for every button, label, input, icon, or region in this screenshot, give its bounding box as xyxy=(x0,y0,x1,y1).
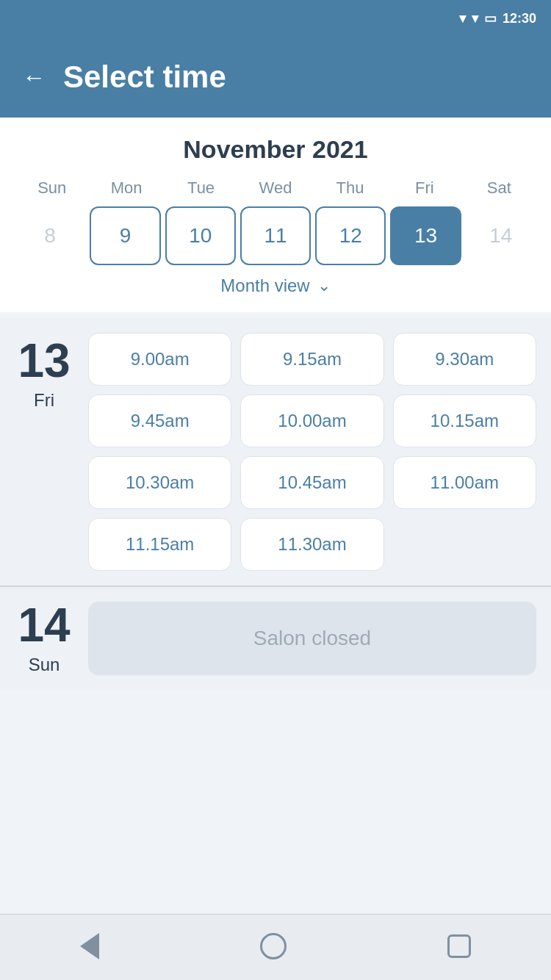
time-slot-1000am[interactable]: 10.00am xyxy=(240,394,383,447)
day-13-section: 13 Fri 9.00am 9.15am 9.30am 9.45am 10.00… xyxy=(0,318,551,586)
page-title: Select time xyxy=(63,60,226,95)
weekday-tue: Tue xyxy=(164,179,238,198)
battery-icon: ▭ xyxy=(484,10,497,26)
nav-home-button[interactable] xyxy=(260,933,287,962)
dates-row: 8 9 10 11 12 13 14 xyxy=(15,206,536,265)
status-icons: ▾ ▾ ▭ 12:30 xyxy=(459,10,536,26)
date-12[interactable]: 12 xyxy=(315,206,386,265)
calendar-section: November 2021 Sun Mon Tue Wed Thu Fri Sa… xyxy=(0,118,551,312)
day-14-content: 14 Sun Salon closed xyxy=(15,602,536,675)
time-slot-930am[interactable]: 9.30am xyxy=(393,333,536,386)
header: ← Select time xyxy=(0,37,551,118)
recent-nav-icon xyxy=(447,934,471,958)
weekday-thu: Thu xyxy=(313,179,387,198)
back-button[interactable]: ← xyxy=(22,65,46,89)
month-view-toggle[interactable]: Month view ⌄ xyxy=(15,265,536,300)
day-14-label: 14 Sun xyxy=(15,602,73,675)
home-nav-icon xyxy=(260,933,287,959)
weekday-wed: Wed xyxy=(238,179,312,198)
time-slot-1115am[interactable]: 11.15am xyxy=(88,518,231,571)
time-slots-grid: 9.00am 9.15am 9.30am 9.45am 10.00am 10.1… xyxy=(88,333,536,571)
time-slot-1130am[interactable]: 11.30am xyxy=(240,518,383,571)
date-11[interactable]: 11 xyxy=(240,206,311,265)
time-slot-1100am[interactable]: 11.00am xyxy=(393,456,536,509)
salon-closed-box: Salon closed xyxy=(88,602,536,675)
time-slot-1030am[interactable]: 10.30am xyxy=(88,456,231,509)
clock: 12:30 xyxy=(503,11,536,26)
day-14-number: 14 xyxy=(18,602,70,649)
time-slot-945am[interactable]: 9.45am xyxy=(88,394,231,447)
time-slot-1015am[interactable]: 10.15am xyxy=(393,394,536,447)
day-13-number: 13 xyxy=(18,337,70,384)
day-14-section: 14 Sun Salon closed xyxy=(0,587,551,690)
salon-closed-label: Salon closed xyxy=(253,627,371,650)
date-8[interactable]: 8 xyxy=(15,206,85,265)
weekday-sun: Sun xyxy=(15,179,89,198)
back-nav-icon xyxy=(80,933,99,959)
date-9[interactable]: 9 xyxy=(90,206,160,265)
weekdays-row: Sun Mon Tue Wed Thu Fri Sat xyxy=(15,179,536,198)
chevron-down-icon: ⌄ xyxy=(317,276,331,295)
day-13-content: 13 Fri 9.00am 9.15am 9.30am 9.45am 10.00… xyxy=(15,333,536,571)
date-10[interactable]: 10 xyxy=(165,206,236,265)
nav-back-button[interactable] xyxy=(80,933,99,962)
signal-icon: ▾ xyxy=(472,10,478,26)
day-13-label: 13 Fri xyxy=(15,333,73,411)
time-slot-900am[interactable]: 9.00am xyxy=(88,333,231,386)
day-14-name: Sun xyxy=(29,655,60,675)
weekday-fri: Fri xyxy=(387,179,461,198)
time-slot-1045am[interactable]: 10.45am xyxy=(240,456,383,509)
date-14[interactable]: 14 xyxy=(466,206,536,265)
time-slot-915am[interactable]: 9.15am xyxy=(240,333,383,386)
weekday-sat: Sat xyxy=(462,179,536,198)
nav-recent-button[interactable] xyxy=(447,934,471,961)
status-bar: ▾ ▾ ▭ 12:30 xyxy=(0,0,551,37)
month-year: November 2021 xyxy=(15,135,536,164)
weekday-mon: Mon xyxy=(89,179,163,198)
day-13-name: Fri xyxy=(34,390,54,411)
wifi-icon: ▾ xyxy=(459,10,466,26)
date-13[interactable]: 13 xyxy=(390,206,461,265)
month-view-label: Month view xyxy=(220,275,309,296)
nav-bar xyxy=(0,914,551,980)
